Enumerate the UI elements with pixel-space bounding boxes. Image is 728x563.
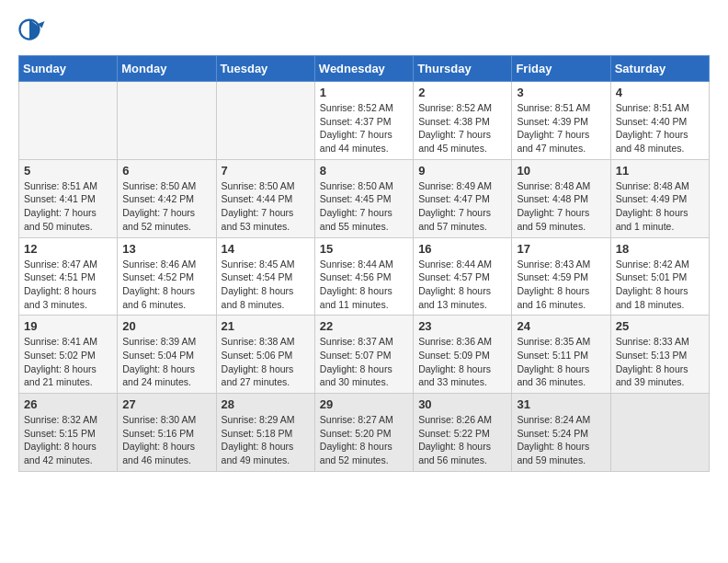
calendar-cell	[216, 82, 314, 160]
day-number: 5	[24, 164, 112, 178]
logo-icon	[18, 18, 46, 46]
weekday-header: Monday	[118, 56, 216, 82]
day-number: 18	[616, 242, 704, 256]
day-info: Sunrise: 8:49 AM Sunset: 4:47 PM Dayligh…	[418, 179, 506, 234]
calendar-cell	[19, 82, 118, 160]
day-info: Sunrise: 8:29 AM Sunset: 5:18 PM Dayligh…	[222, 413, 310, 467]
day-number: 2	[418, 86, 506, 99]
calendar-week: 26Sunrise: 8:32 AM Sunset: 5:15 PM Dayli…	[19, 394, 710, 472]
calendar-cell: 5Sunrise: 8:51 AM Sunset: 4:41 PM Daylig…	[19, 159, 118, 237]
day-info: Sunrise: 8:41 AM Sunset: 5:02 PM Dayligh…	[24, 335, 112, 389]
day-number: 10	[517, 164, 605, 178]
day-number: 19	[24, 319, 112, 333]
calendar-cell: 27Sunrise: 8:30 AM Sunset: 5:16 PM Dayli…	[118, 394, 216, 472]
calendar-week: 19Sunrise: 8:41 AM Sunset: 5:02 PM Dayli…	[19, 316, 710, 394]
day-info: Sunrise: 8:51 AM Sunset: 4:40 PM Dayligh…	[616, 101, 704, 155]
day-number: 16	[418, 242, 506, 256]
day-number: 27	[122, 397, 210, 411]
calendar-cell: 23Sunrise: 8:36 AM Sunset: 5:09 PM Dayli…	[414, 316, 512, 394]
day-info: Sunrise: 8:37 AM Sunset: 5:07 PM Dayligh…	[320, 335, 408, 389]
calendar-cell: 25Sunrise: 8:33 AM Sunset: 5:13 PM Dayli…	[610, 316, 709, 394]
day-number: 11	[616, 164, 704, 178]
day-number: 25	[616, 319, 704, 333]
calendar-cell: 9Sunrise: 8:49 AM Sunset: 4:47 PM Daylig…	[414, 159, 512, 237]
day-info: Sunrise: 8:30 AM Sunset: 5:16 PM Dayligh…	[122, 413, 210, 467]
day-info: Sunrise: 8:36 AM Sunset: 5:09 PM Dayligh…	[418, 335, 506, 389]
calendar-cell: 3Sunrise: 8:51 AM Sunset: 4:39 PM Daylig…	[512, 82, 610, 160]
weekday-header: Tuesday	[216, 56, 314, 82]
weekday-header: Friday	[512, 56, 610, 82]
day-number: 14	[222, 242, 310, 256]
day-info: Sunrise: 8:51 AM Sunset: 4:41 PM Dayligh…	[24, 179, 112, 234]
day-info: Sunrise: 8:50 AM Sunset: 4:42 PM Dayligh…	[122, 179, 210, 234]
calendar-cell: 18Sunrise: 8:42 AM Sunset: 5:01 PM Dayli…	[610, 237, 709, 316]
day-info: Sunrise: 8:44 AM Sunset: 4:56 PM Dayligh…	[320, 258, 408, 312]
calendar-cell: 16Sunrise: 8:44 AM Sunset: 4:57 PM Dayli…	[414, 237, 512, 316]
weekday-header: Thursday	[414, 56, 512, 82]
day-number: 21	[222, 319, 310, 333]
calendar-cell: 28Sunrise: 8:29 AM Sunset: 5:18 PM Dayli…	[216, 394, 314, 472]
day-number: 17	[517, 242, 605, 256]
day-number: 4	[616, 86, 704, 99]
day-number: 29	[320, 397, 408, 411]
calendar-cell: 8Sunrise: 8:50 AM Sunset: 4:45 PM Daylig…	[314, 159, 413, 237]
calendar-week: 12Sunrise: 8:47 AM Sunset: 4:51 PM Dayli…	[19, 237, 710, 316]
calendar-cell: 30Sunrise: 8:26 AM Sunset: 5:22 PM Dayli…	[414, 394, 512, 472]
day-number: 20	[122, 319, 210, 333]
calendar-cell: 20Sunrise: 8:39 AM Sunset: 5:04 PM Dayli…	[118, 316, 216, 394]
day-number: 9	[418, 164, 506, 178]
calendar-cell: 26Sunrise: 8:32 AM Sunset: 5:15 PM Dayli…	[19, 394, 118, 472]
day-info: Sunrise: 8:52 AM Sunset: 4:38 PM Dayligh…	[418, 101, 506, 155]
day-info: Sunrise: 8:35 AM Sunset: 5:11 PM Dayligh…	[517, 335, 605, 389]
day-number: 31	[517, 397, 605, 411]
day-number: 6	[122, 164, 210, 178]
calendar-cell: 2Sunrise: 8:52 AM Sunset: 4:38 PM Daylig…	[414, 82, 512, 160]
weekday-header: Wednesday	[314, 56, 413, 82]
day-info: Sunrise: 8:46 AM Sunset: 4:52 PM Dayligh…	[122, 258, 210, 312]
day-info: Sunrise: 8:32 AM Sunset: 5:15 PM Dayligh…	[24, 413, 112, 467]
weekday-row: SundayMondayTuesdayWednesdayThursdayFrid…	[19, 56, 710, 82]
calendar-cell: 29Sunrise: 8:27 AM Sunset: 5:20 PM Dayli…	[314, 394, 413, 472]
calendar-cell: 11Sunrise: 8:48 AM Sunset: 4:49 PM Dayli…	[610, 159, 709, 237]
weekday-header: Saturday	[610, 56, 709, 82]
day-number: 30	[418, 397, 506, 411]
day-info: Sunrise: 8:27 AM Sunset: 5:20 PM Dayligh…	[320, 413, 408, 467]
calendar-cell: 17Sunrise: 8:43 AM Sunset: 4:59 PM Dayli…	[512, 237, 610, 316]
calendar-cell: 4Sunrise: 8:51 AM Sunset: 4:40 PM Daylig…	[610, 82, 709, 160]
day-number: 28	[222, 397, 310, 411]
calendar-week: 1Sunrise: 8:52 AM Sunset: 4:37 PM Daylig…	[19, 82, 710, 160]
day-info: Sunrise: 8:39 AM Sunset: 5:04 PM Dayligh…	[122, 335, 210, 389]
day-number: 1	[320, 86, 408, 99]
day-info: Sunrise: 8:26 AM Sunset: 5:22 PM Dayligh…	[418, 413, 506, 467]
calendar-header: SundayMondayTuesdayWednesdayThursdayFrid…	[19, 56, 710, 82]
calendar-cell: 15Sunrise: 8:44 AM Sunset: 4:56 PM Dayli…	[314, 237, 413, 316]
calendar-cell: 31Sunrise: 8:24 AM Sunset: 5:24 PM Dayli…	[512, 394, 610, 472]
calendar-body: 1Sunrise: 8:52 AM Sunset: 4:37 PM Daylig…	[19, 82, 710, 472]
calendar-cell: 22Sunrise: 8:37 AM Sunset: 5:07 PM Dayli…	[314, 316, 413, 394]
calendar-cell: 14Sunrise: 8:45 AM Sunset: 4:54 PM Dayli…	[216, 237, 314, 316]
calendar-table: SundayMondayTuesdayWednesdayThursdayFrid…	[18, 55, 710, 472]
logo	[18, 18, 50, 46]
day-number: 22	[320, 319, 408, 333]
page-header	[18, 18, 710, 46]
day-info: Sunrise: 8:42 AM Sunset: 5:01 PM Dayligh…	[616, 258, 704, 312]
calendar-cell: 19Sunrise: 8:41 AM Sunset: 5:02 PM Dayli…	[19, 316, 118, 394]
day-number: 23	[418, 319, 506, 333]
calendar-cell: 10Sunrise: 8:48 AM Sunset: 4:48 PM Dayli…	[512, 159, 610, 237]
day-info: Sunrise: 8:43 AM Sunset: 4:59 PM Dayligh…	[517, 258, 605, 312]
weekday-header: Sunday	[19, 56, 118, 82]
calendar-cell	[610, 394, 709, 472]
day-info: Sunrise: 8:50 AM Sunset: 4:44 PM Dayligh…	[222, 179, 310, 234]
day-info: Sunrise: 8:33 AM Sunset: 5:13 PM Dayligh…	[616, 335, 704, 389]
day-info: Sunrise: 8:47 AM Sunset: 4:51 PM Dayligh…	[24, 258, 112, 312]
calendar-cell: 1Sunrise: 8:52 AM Sunset: 4:37 PM Daylig…	[314, 82, 413, 160]
day-info: Sunrise: 8:24 AM Sunset: 5:24 PM Dayligh…	[517, 413, 605, 467]
day-info: Sunrise: 8:44 AM Sunset: 4:57 PM Dayligh…	[418, 258, 506, 312]
day-number: 26	[24, 397, 112, 411]
calendar-cell: 13Sunrise: 8:46 AM Sunset: 4:52 PM Dayli…	[118, 237, 216, 316]
day-info: Sunrise: 8:45 AM Sunset: 4:54 PM Dayligh…	[222, 258, 310, 312]
calendar-cell: 12Sunrise: 8:47 AM Sunset: 4:51 PM Dayli…	[19, 237, 118, 316]
day-number: 24	[517, 319, 605, 333]
day-number: 13	[122, 242, 210, 256]
day-info: Sunrise: 8:38 AM Sunset: 5:06 PM Dayligh…	[222, 335, 310, 389]
